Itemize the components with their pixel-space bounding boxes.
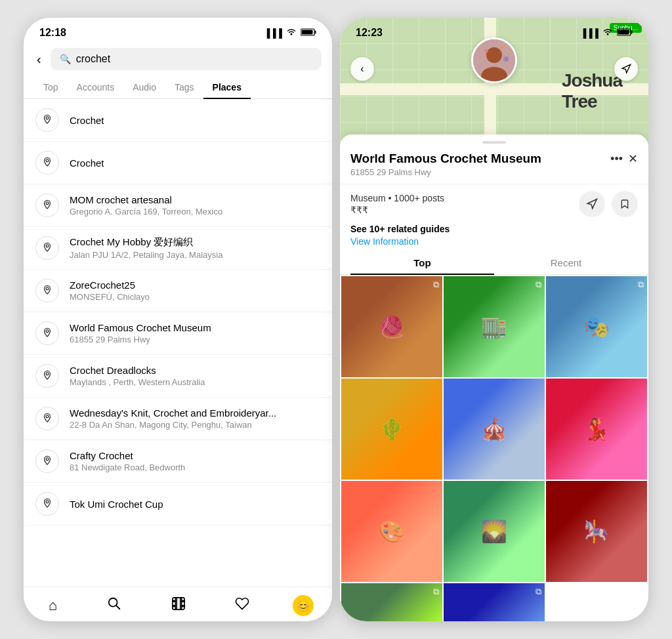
tab-top[interactable]: Top xyxy=(34,77,68,99)
photo-cell[interactable]: 🏪 ⧉ xyxy=(341,583,442,621)
photo-cell[interactable]: 🎡 ⧉ xyxy=(444,583,545,621)
place-name: Crochet My Hobby 爱好编织 xyxy=(70,236,320,249)
photo-cell[interactable]: 🎨 xyxy=(341,481,442,582)
left-status-bar: 12:18 ▐▐▐ xyxy=(24,18,332,44)
place-item[interactable]: Crochet My Hobby 爱好编织 Jalan PJU 1A/2, Pe… xyxy=(24,227,332,270)
svg-point-4 xyxy=(46,159,49,162)
sheet-more-button[interactable]: ••• xyxy=(605,152,628,166)
photo-thumbnail: 🏪 xyxy=(341,583,442,621)
search-input-wrap[interactable]: 🔍 crochet xyxy=(51,48,322,70)
place-address: MONSEFÚ, Chiclayo xyxy=(70,292,320,302)
sheet-guides: See 10+ related guides View Information xyxy=(340,221,648,252)
svg-rect-20 xyxy=(172,606,175,607)
left-time: 12:18 xyxy=(39,27,66,39)
place-name: MOM crochet artesanal xyxy=(70,194,320,205)
send-button[interactable] xyxy=(579,191,605,217)
place-info: MOM crochet artesanal Gregorio A. García… xyxy=(70,194,320,216)
place-info: Crochet Dreadlocks Maylands , Perth, Wes… xyxy=(70,365,320,387)
place-pin-icon xyxy=(35,108,59,132)
svg-point-7 xyxy=(46,287,49,290)
svg-rect-17 xyxy=(180,598,181,609)
photo-cell[interactable]: 🌵 xyxy=(341,379,442,480)
place-item[interactable]: ZoreCrochet25 MONSEFÚ, Chiclayo xyxy=(24,270,332,312)
photo-cell[interactable]: 🎪 xyxy=(444,379,545,480)
sheet-meta-text: Museum • 1000+ posts xyxy=(350,193,444,203)
nav-profile[interactable]: 😊 xyxy=(293,595,314,616)
photo-cell[interactable]: 🌄 xyxy=(444,481,545,582)
place-item[interactable]: World Famous Crochet Museum 61855 29 Pal… xyxy=(24,312,332,355)
nav-reels[interactable] xyxy=(165,594,192,617)
place-address: 22-8 Da An Shan, Magong City, Penghu, Ta… xyxy=(70,420,320,430)
nav-activity[interactable] xyxy=(228,594,256,617)
app-container: 12:18 ▐▐▐ ‹ 🔍 crochet Top xyxy=(10,5,662,634)
place-address: 61855 29 Palms Hwy xyxy=(70,335,320,344)
signal-icon: ▐▐▐ xyxy=(264,28,282,38)
tab-tags[interactable]: Tags xyxy=(165,77,203,99)
back-button[interactable]: ‹ xyxy=(34,49,44,70)
bottom-nav: ⌂ 😊 xyxy=(24,587,332,621)
bookmark-button[interactable] xyxy=(612,191,638,217)
place-item[interactable]: Crochet Dreadlocks Maylands , Perth, Wes… xyxy=(24,355,332,398)
svg-point-11 xyxy=(46,458,49,461)
tab-accounts[interactable]: Accounts xyxy=(68,77,124,99)
view-info-link[interactable]: View Information xyxy=(350,236,638,247)
map-nav-button[interactable] xyxy=(614,57,638,81)
svg-rect-19 xyxy=(181,600,184,602)
svg-rect-2 xyxy=(302,30,313,34)
svg-rect-1 xyxy=(315,30,316,33)
bottom-sheet: World Famous Crochet Museum ••• ✕ 61855 … xyxy=(340,134,648,621)
place-info: Crafty Crochet 81 Newdigate Road, Bedwor… xyxy=(70,450,320,472)
photo-cell[interactable]: 🎠 xyxy=(546,481,647,582)
tab-places[interactable]: Places xyxy=(203,77,251,99)
multi-photo-icon: ⧉ xyxy=(536,279,541,290)
sheet-close-button[interactable]: ✕ xyxy=(628,152,638,166)
photo-thumbnail: 💃 xyxy=(546,379,647,480)
place-address: Maylands , Perth, Western Australia xyxy=(70,377,320,387)
svg-point-27 xyxy=(486,47,502,63)
svg-rect-23 xyxy=(631,30,633,33)
svg-point-30 xyxy=(484,49,488,53)
nav-search[interactable] xyxy=(100,594,128,617)
map-back-button[interactable]: ‹ xyxy=(350,57,374,81)
place-item[interactable]: Crafty Crochet 81 Newdigate Road, Bedwor… xyxy=(24,440,332,483)
place-name: Crochet xyxy=(70,157,320,169)
svg-rect-16 xyxy=(175,598,177,609)
place-item[interactable]: MOM crochet artesanal Gregorio A. García… xyxy=(24,184,332,227)
sheet-action-buttons xyxy=(579,191,638,217)
tab-audio[interactable]: Audio xyxy=(123,77,165,99)
right-phone: 12:23 ▐▐▐ JoshuaTree Sunbu... ‹ xyxy=(340,18,648,621)
see-guides-text[interactable]: See 10+ related guides xyxy=(350,224,638,234)
left-content: ‹ 🔍 crochet TopAccountsAudioTagsPlaces xyxy=(24,44,332,613)
svg-rect-24 xyxy=(618,30,629,34)
sheet-tab-recent[interactable]: Recent xyxy=(494,252,638,275)
place-item[interactable]: Crochet xyxy=(24,99,332,142)
place-name: Wednesday's Knit, Crochet and Embroidery… xyxy=(70,407,320,419)
map-location-label: JoshuaTree xyxy=(562,70,622,112)
photo-thumbnail: 🧶 xyxy=(341,276,442,377)
photo-thumbnail: 🎭 xyxy=(546,276,647,377)
place-pin-icon xyxy=(35,279,59,302)
sheet-meta-row: Museum • 1000+ posts ₹₹₹ xyxy=(340,184,648,221)
photo-cell[interactable]: 🎭 ⧉ xyxy=(546,276,647,377)
svg-point-8 xyxy=(46,330,49,333)
place-item[interactable]: Tok Umi Crochet Cup xyxy=(24,483,332,526)
photo-cell[interactable]: 🏬 ⧉ xyxy=(444,276,545,377)
svg-point-10 xyxy=(46,415,49,418)
sheet-title: World Famous Crochet Museum xyxy=(350,152,605,166)
nav-home[interactable]: ⌂ xyxy=(42,594,64,617)
svg-marker-25 xyxy=(622,64,631,73)
photo-thumbnail: 🎠 xyxy=(546,481,647,582)
left-phone: 12:18 ▐▐▐ ‹ 🔍 crochet Top xyxy=(24,18,332,621)
photo-cell[interactable]: 💃 xyxy=(546,379,647,480)
wifi-icon xyxy=(286,28,297,38)
sheet-tab-top[interactable]: Top xyxy=(350,252,494,275)
right-wifi-icon xyxy=(602,28,613,38)
place-item[interactable]: Wednesday's Knit, Crochet and Embroidery… xyxy=(24,398,332,440)
place-avatar xyxy=(471,37,517,83)
place-list: Crochet Crochet MOM xyxy=(24,99,332,613)
place-info: Crochet My Hobby 爱好编织 Jalan PJU 1A/2, Pe… xyxy=(70,236,320,260)
photo-thumbnail: 🎡 xyxy=(444,583,545,621)
place-item[interactable]: Crochet xyxy=(24,142,332,184)
photo-cell[interactable]: 🧶 ⧉ xyxy=(341,276,442,377)
sheet-address: 61855 29 Palms Hwy xyxy=(350,167,638,177)
